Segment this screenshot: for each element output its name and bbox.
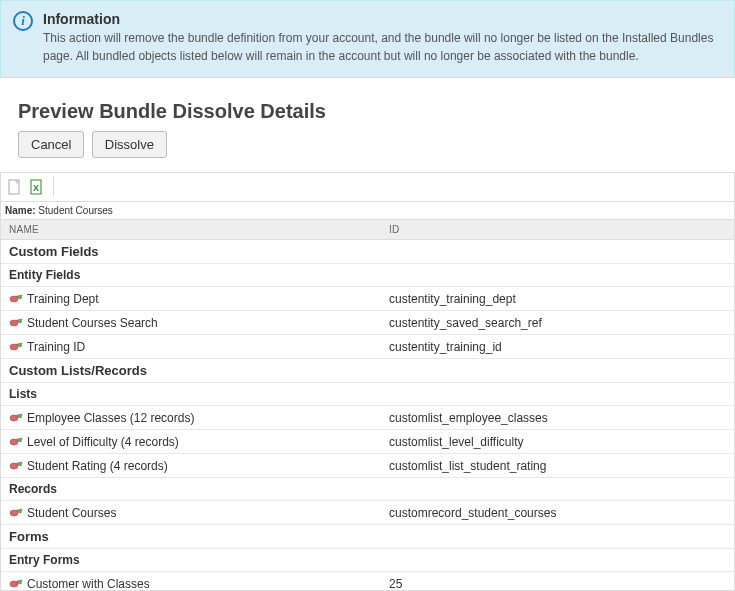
component-id: custentity_training_dept bbox=[381, 288, 734, 310]
component-icon bbox=[9, 436, 23, 448]
subsection-header: Entity Fields bbox=[1, 264, 734, 287]
toolbar-separator bbox=[53, 177, 54, 197]
component-name: Student Courses Search bbox=[27, 316, 158, 330]
component-icon bbox=[9, 412, 23, 424]
component-icon bbox=[9, 460, 23, 472]
cell-name: Student Rating (4 records) bbox=[1, 455, 381, 477]
section-header: Custom Lists/Records bbox=[1, 359, 734, 383]
subsection-header: Records bbox=[1, 478, 734, 501]
component-id: 25 bbox=[381, 573, 734, 591]
component-icon bbox=[9, 293, 23, 305]
subsection-header: Entry Forms bbox=[1, 549, 734, 572]
table-header: NAME ID bbox=[1, 219, 734, 240]
page-title: Preview Bundle Dissolve Details bbox=[18, 100, 735, 123]
component-id: custentity_training_id bbox=[381, 336, 734, 358]
name-label: Name: bbox=[5, 205, 36, 216]
table-row: Student Courses Searchcustentity_saved_s… bbox=[1, 311, 734, 335]
svg-text:X: X bbox=[33, 183, 39, 193]
info-icon: i bbox=[13, 11, 33, 31]
table-body[interactable]: Custom FieldsEntity FieldsTraining Deptc… bbox=[1, 240, 734, 590]
table-row: Employee Classes (12 records)customlist_… bbox=[1, 406, 734, 430]
table-row: Student Coursescustomrecord_student_cour… bbox=[1, 501, 734, 525]
component-id: customrecord_student_courses bbox=[381, 502, 734, 524]
cell-name: Student Courses Search bbox=[1, 312, 381, 334]
cell-name: Customer with Classes bbox=[1, 573, 381, 591]
table-row: Customer with Classes25 bbox=[1, 572, 734, 590]
dissolve-button[interactable]: Dissolve bbox=[92, 131, 167, 158]
section-header: Custom Fields bbox=[1, 240, 734, 264]
cell-name: Employee Classes (12 records) bbox=[1, 407, 381, 429]
component-icon bbox=[9, 341, 23, 353]
components-table: NAME ID Custom FieldsEntity FieldsTraini… bbox=[0, 219, 735, 591]
component-icon bbox=[9, 317, 23, 329]
component-id: customlist_list_student_rating bbox=[381, 455, 734, 477]
bundle-name-row: Name: Student Courses bbox=[0, 202, 735, 219]
component-name: Employee Classes (12 records) bbox=[27, 411, 194, 425]
component-id: customlist_level_difficulty bbox=[381, 431, 734, 453]
component-name: Level of Difficulty (4 records) bbox=[27, 435, 179, 449]
component-name: Customer with Classes bbox=[27, 577, 150, 591]
table-row: Student Rating (4 records)customlist_lis… bbox=[1, 454, 734, 478]
info-banner: i Information This action will remove th… bbox=[0, 0, 735, 78]
cell-name: Training ID bbox=[1, 336, 381, 358]
export-doc-icon[interactable] bbox=[7, 178, 23, 196]
col-name: NAME bbox=[1, 220, 381, 239]
col-id: ID bbox=[381, 220, 734, 239]
section-header: Forms bbox=[1, 525, 734, 549]
name-value: Student Courses bbox=[38, 205, 113, 216]
component-name: Student Rating (4 records) bbox=[27, 459, 168, 473]
component-icon bbox=[9, 507, 23, 519]
component-icon bbox=[9, 578, 23, 590]
component-name: Student Courses bbox=[27, 506, 116, 520]
table-row: Level of Difficulty (4 records)customlis… bbox=[1, 430, 734, 454]
table-row: Training IDcustentity_training_id bbox=[1, 335, 734, 359]
subsection-header: Lists bbox=[1, 383, 734, 406]
component-id: customlist_employee_classes bbox=[381, 407, 734, 429]
component-name: Training Dept bbox=[27, 292, 99, 306]
info-title: Information bbox=[43, 11, 722, 27]
cell-name: Level of Difficulty (4 records) bbox=[1, 431, 381, 453]
info-text: This action will remove the bundle defin… bbox=[43, 29, 722, 65]
cell-name: Student Courses bbox=[1, 502, 381, 524]
cancel-button[interactable]: Cancel bbox=[18, 131, 84, 158]
component-id: custentity_saved_search_ref bbox=[381, 312, 734, 334]
table-row: Training Deptcustentity_training_dept bbox=[1, 287, 734, 311]
button-row: Cancel Dissolve bbox=[18, 131, 735, 158]
export-excel-icon[interactable]: X bbox=[29, 178, 45, 196]
cell-name: Training Dept bbox=[1, 288, 381, 310]
component-name: Training ID bbox=[27, 340, 85, 354]
toolbar: X bbox=[0, 172, 735, 202]
